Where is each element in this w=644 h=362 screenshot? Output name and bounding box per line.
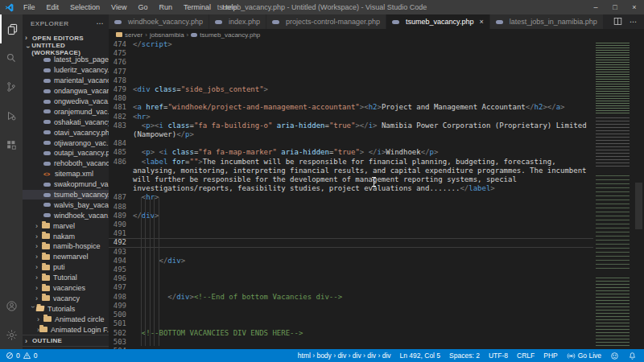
scrollbar-thumb[interactable] bbox=[635, 183, 642, 229]
tree-item-sitemap-xml[interactable]: <>sitemap.xml bbox=[23, 169, 109, 179]
tab-tsumeb-vacancy-php[interactable]: tsumeb_vacancy.php× bbox=[386, 14, 490, 29]
code-line[interactable]: 483 <p><i class="fa fa-building-o" aria-… bbox=[109, 121, 593, 139]
tree-item-tutorials[interactable]: ›Tutorials bbox=[23, 303, 109, 314]
code-line[interactable]: 497 bbox=[109, 283, 593, 292]
code-line[interactable]: 491 bbox=[109, 229, 593, 238]
menu-run[interactable]: Run bbox=[153, 0, 178, 14]
menu-terminal[interactable]: Terminal bbox=[178, 0, 217, 14]
code-line[interactable]: 498 </div><!--End of bottom Vacancies di… bbox=[109, 293, 593, 302]
errors-indicator[interactable]: 0 bbox=[6, 352, 20, 360]
menu-view[interactable]: View bbox=[105, 0, 132, 14]
code-line[interactable]: 486 <label for="">The incumbent will be … bbox=[109, 158, 593, 194]
code-line[interactable]: 480 bbox=[109, 94, 593, 103]
tree-item-nakam[interactable]: ›nakam bbox=[23, 231, 109, 241]
extensions-icon[interactable] bbox=[0, 130, 23, 159]
tree-item-namib-hospice[interactable]: ›namib-hospice bbox=[23, 241, 109, 252]
tree-item-ondangwa-vacan[interactable]: ondangwa_vacan... bbox=[23, 86, 109, 97]
code-line[interactable]: 501 bbox=[109, 319, 593, 328]
code-line[interactable]: 499 bbox=[109, 302, 593, 311]
more-actions-icon[interactable]: ⋯ bbox=[97, 19, 105, 27]
source-control-icon[interactable] bbox=[0, 72, 23, 101]
tree-item-walvis-bay-vacan[interactable]: walvis_bay_vacan... bbox=[23, 200, 109, 210]
feedback-icon[interactable] bbox=[610, 352, 619, 360]
tree-item-puti[interactable]: ›puti bbox=[23, 262, 109, 273]
close-tab-icon[interactable]: × bbox=[479, 18, 483, 26]
menu-selection[interactable]: Selection bbox=[64, 0, 105, 14]
minimize-icon[interactable]: – bbox=[586, 0, 605, 14]
breadcrumb-item-jobsnamibia[interactable]: jobsnamibia bbox=[150, 31, 184, 39]
tab-latest-jobs-in-namibia-php[interactable]: latest_jobs_in_namibia.php bbox=[490, 14, 604, 29]
tree-item-tsumeb-vacancy[interactable]: tsumeb_vacancy... bbox=[23, 190, 109, 200]
code-line[interactable]: 500 bbox=[109, 311, 593, 319]
code-line[interactable]: 481<a href="windhoek/project-and-managem… bbox=[109, 103, 593, 112]
section-outline[interactable]: › OUTLINE bbox=[23, 335, 109, 346]
tree-item-animated-login-f[interactable]: ›Animated Login F... bbox=[23, 324, 109, 335]
code-line[interactable]: 476 bbox=[109, 58, 593, 67]
code-line[interactable]: 475 bbox=[109, 49, 593, 58]
search-icon[interactable] bbox=[0, 43, 23, 72]
code-line[interactable]: 477 bbox=[109, 68, 593, 76]
code-line[interactable]: 489</div> bbox=[109, 212, 593, 220]
menu-edit[interactable]: Edit bbox=[41, 0, 65, 14]
code-line[interactable]: 495 bbox=[109, 265, 593, 274]
tab-index-php[interactable]: index.php bbox=[209, 14, 266, 29]
status-encoding[interactable]: UTF-8 bbox=[489, 352, 508, 360]
tree-item-animated-circle[interactable]: ›Animated circle bbox=[23, 314, 109, 324]
tree-item-outapi-vacancy-p[interactable]: outapi_vacancy.p... bbox=[23, 148, 109, 158]
problems-indicator[interactable]: 0 0 bbox=[0, 352, 37, 360]
settings-gear-icon[interactable] bbox=[0, 320, 23, 349]
tree-item-otavi-vacancy-php[interactable]: otavi_vacancy.php bbox=[23, 127, 109, 138]
close-window-icon[interactable]: × bbox=[625, 0, 644, 14]
maximize-icon[interactable]: □ bbox=[605, 0, 625, 14]
code-line[interactable]: 496 bbox=[109, 274, 593, 283]
tree-item-windhoek-vacan[interactable]: windhoek_vacan... bbox=[23, 210, 109, 220]
section-workspace[interactable]: › UNTITLED (WORKSPACE) bbox=[23, 43, 109, 55]
code-line[interactable]: 487 <hr> bbox=[109, 193, 593, 202]
tree-item-vacancy[interactable]: ›vacancy bbox=[23, 293, 109, 303]
tree-item-swakopmund-va[interactable]: swakopmund_va... bbox=[23, 179, 109, 190]
split-editor-icon[interactable] bbox=[613, 17, 622, 27]
code-line[interactable]: 494 </div> bbox=[109, 257, 593, 265]
tree-item-vacancies[interactable]: ›vacancies bbox=[23, 283, 109, 294]
warnings-indicator[interactable]: 0 bbox=[23, 352, 38, 360]
notifications-bell-icon[interactable] bbox=[628, 352, 637, 360]
code-line[interactable]: 503 bbox=[109, 338, 593, 347]
status-eol[interactable]: CRLF bbox=[517, 352, 535, 360]
tree-item-luderitz-vacancy[interactable]: luderitz_vacancy... bbox=[23, 65, 109, 76]
minimap[interactable] bbox=[593, 40, 634, 349]
code-line[interactable]: 492 bbox=[109, 238, 593, 247]
tree-item-ongwediva-vaca[interactable]: ongwediva_vaca... bbox=[23, 97, 109, 107]
code-line[interactable]: 479<div class="side_jobs_content"> bbox=[109, 85, 593, 94]
tree-item-newmarvel[interactable]: ›newmarvel bbox=[23, 252, 109, 262]
code-line[interactable]: 502 <!--BOTTOM VACANCIES DIV ENDS HERE--… bbox=[109, 329, 593, 338]
code-line[interactable]: 488 bbox=[109, 203, 593, 212]
tree-item-latest-jobs-page[interactable]: latest_jobs_page... bbox=[23, 55, 109, 65]
tree-item-mariental-vacanc[interactable]: mariental_vacanc... bbox=[23, 76, 109, 86]
tree-item-marvel[interactable]: ›marvel bbox=[23, 220, 109, 231]
code-line[interactable]: 490 bbox=[109, 220, 593, 229]
code-line[interactable]: 493 bbox=[109, 248, 593, 257]
breadcrumb-item-file[interactable]: tsumeb_vacancy.php bbox=[200, 31, 260, 39]
more-actions-icon[interactable]: ⋯ bbox=[630, 18, 637, 26]
tree-item-otjiwarongo-vac[interactable]: otjiwarongo_vac... bbox=[23, 138, 109, 148]
tree-item-oshakati-vacancy[interactable]: oshakati_vacancy... bbox=[23, 117, 109, 127]
status-cursor-position[interactable]: Ln 492, Col 5 bbox=[400, 352, 441, 360]
code-line[interactable]: 478 bbox=[109, 76, 593, 85]
menu-go[interactable]: Go bbox=[132, 0, 153, 14]
tree-item-oranjemund-vac[interactable]: oranjemund_vac... bbox=[23, 106, 109, 117]
tab-projects-control-manager-php[interactable]: projects-control-manager.php bbox=[266, 14, 386, 29]
tree-item-tutorial[interactable]: ›Tutorial bbox=[23, 273, 109, 283]
account-icon[interactable] bbox=[0, 291, 23, 320]
breadcrumb-item-server[interactable]: server bbox=[125, 31, 142, 39]
run-debug-icon[interactable] bbox=[0, 101, 23, 130]
menu-file[interactable]: File bbox=[18, 0, 41, 14]
code-editor[interactable]: 474</script>475476477478479<div class="s… bbox=[109, 40, 644, 349]
status-indentation[interactable]: Spaces: 2 bbox=[449, 352, 480, 360]
code-line[interactable]: 485 <p> <i class="fa fa-map-marker" aria… bbox=[109, 148, 593, 157]
code-line[interactable]: 504 bbox=[109, 347, 593, 349]
explorer-icon[interactable] bbox=[0, 14, 23, 43]
tree-item-rehoboth-vacanc[interactable]: rehoboth_vacanc... bbox=[23, 158, 109, 169]
status-language[interactable]: PHP bbox=[543, 352, 557, 360]
code-line[interactable]: 484 bbox=[109, 139, 593, 148]
code-line[interactable]: 474</script> bbox=[109, 40, 593, 49]
